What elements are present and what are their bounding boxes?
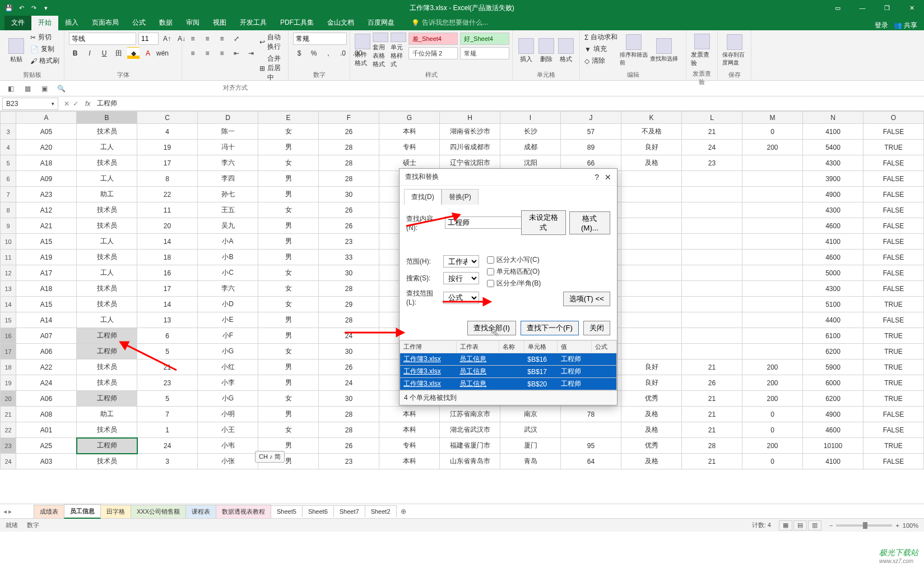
cell[interactable]: FALSE	[863, 155, 924, 171]
cell[interactable]: 1	[137, 422, 198, 438]
sheet-tab[interactable]: Sheet6	[302, 505, 334, 517]
cell[interactable]	[682, 265, 742, 281]
clear-icon[interactable]: ◇	[584, 57, 589, 65]
cell[interactable]: 专科	[379, 140, 440, 155]
cell[interactable]: 4100	[803, 454, 863, 469]
comma-icon[interactable]: ,	[322, 47, 335, 59]
cell[interactable]: 冯十	[198, 140, 258, 155]
cell[interactable]: FALSE	[863, 202, 924, 218]
cell[interactable]: 29	[319, 297, 379, 312]
cell[interactable]	[682, 218, 742, 234]
tell-me[interactable]: 💡 告诉我您想要做什么...	[407, 15, 493, 30]
cell[interactable]: A23	[16, 187, 77, 202]
cell[interactable]: 28	[319, 422, 379, 438]
cell[interactable]: 专科	[379, 438, 440, 454]
cell[interactable]: 技术员	[77, 359, 137, 375]
cell[interactable]: 26	[682, 375, 742, 391]
cell[interactable]: 200	[742, 391, 803, 407]
cell[interactable]: 小G	[198, 344, 258, 359]
cell[interactable]: 工程师	[77, 328, 137, 344]
subbar-icon-1[interactable]: ◧	[4, 82, 17, 95]
cell[interactable]: 24	[319, 375, 379, 391]
cell[interactable]: 小B	[198, 250, 258, 265]
col-header[interactable]: F	[319, 112, 379, 124]
cell[interactable]: 技术员	[77, 218, 137, 234]
cell[interactable]: 技术员	[77, 297, 137, 312]
cell[interactable]: 24	[319, 328, 379, 344]
cell[interactable]: A12	[16, 202, 77, 218]
cell[interactable]: TRUE	[863, 375, 924, 391]
cond-format-button[interactable]: 条件格式	[355, 33, 370, 68]
col-header[interactable]: M	[742, 112, 803, 124]
cell[interactable]	[682, 187, 742, 202]
cell[interactable]: 成都	[500, 140, 561, 155]
cell[interactable]: FALSE	[863, 234, 924, 250]
painter-icon[interactable]: 🖌	[30, 57, 37, 65]
sheet-tab[interactable]: 田字格	[100, 505, 131, 518]
paste-button[interactable]: 粘贴	[4, 33, 28, 68]
redo-icon[interactable]: ↷	[28, 2, 39, 13]
col-header[interactable]: C	[137, 112, 198, 124]
sheet-tab[interactable]: Sheet5	[271, 505, 303, 517]
col-header[interactable]: B	[77, 112, 137, 124]
wrap-icon[interactable]: ↩	[259, 38, 265, 46]
cell[interactable]: 26	[319, 218, 379, 234]
zoom-control[interactable]: − + 100%	[829, 522, 918, 529]
result-row[interactable]: 工作簿3.xlsx员工信息$B$17工程师	[400, 366, 617, 378]
cell[interactable]: 厦门	[500, 438, 561, 454]
tab-pdf[interactable]: PDF工具集	[273, 15, 321, 30]
chevron-down-icon[interactable]: ▾	[52, 101, 54, 107]
cell[interactable]: 小韦	[198, 438, 258, 454]
dialog-help-icon[interactable]: ?	[595, 173, 599, 182]
copy-label[interactable]: 复制	[41, 44, 54, 54]
insert-button[interactable]: 插入	[517, 33, 535, 68]
cell[interactable]: 28	[319, 407, 379, 422]
cell[interactable]: 男	[258, 187, 319, 202]
cell[interactable]: 工人	[77, 265, 137, 281]
cell[interactable]: A08	[16, 407, 77, 422]
row-header[interactable]: 21	[1, 407, 16, 422]
fill-label[interactable]: 填充	[593, 44, 607, 54]
cell[interactable]: 17	[137, 155, 198, 171]
cell[interactable]: 4300	[803, 281, 863, 297]
cell[interactable]: 5	[137, 344, 198, 359]
cell[interactable]: 6	[137, 328, 198, 344]
cell[interactable]: 男	[258, 234, 319, 250]
col-header[interactable]: H	[440, 112, 500, 124]
chk-case-box[interactable]	[487, 256, 494, 264]
invoice-button[interactable]: 发票查验	[691, 33, 713, 68]
minimize-icon[interactable]: —	[850, 0, 875, 16]
cell[interactable]: A15	[16, 297, 77, 312]
cell[interactable]: FALSE	[863, 124, 924, 140]
result-col[interactable]: 名称	[499, 341, 524, 353]
cell[interactable]: 小D	[198, 297, 258, 312]
cell[interactable]: A01	[16, 422, 77, 438]
sheet-tab[interactable]: 数据透视表教程	[216, 505, 271, 518]
sort-button[interactable]: 排序和筛选前	[620, 33, 648, 68]
cell[interactable]: 0	[742, 124, 803, 140]
cell[interactable]: 18	[137, 250, 198, 265]
cell[interactable]: 78	[561, 407, 621, 422]
cell[interactable]: 4600	[803, 422, 863, 438]
clear-label[interactable]: 清除	[592, 56, 605, 66]
lookin-select[interactable]: 公式	[443, 292, 479, 304]
cell[interactable]: 工人	[77, 234, 137, 250]
cell[interactable]: 本科	[379, 407, 440, 422]
cell[interactable]	[561, 422, 621, 438]
result-row[interactable]: 工作簿3.xlsx员工信息$B$16工程师	[400, 353, 617, 366]
cell[interactable]: FALSE	[863, 407, 924, 422]
cell[interactable]: 28	[319, 140, 379, 155]
cell[interactable]: 21	[682, 391, 742, 407]
cell[interactable]: 4400	[803, 312, 863, 328]
cell[interactable]: 28	[319, 171, 379, 187]
align-left-icon[interactable]: ≡	[187, 47, 199, 59]
row-header[interactable]: 13	[1, 281, 16, 297]
subbar-icon-4[interactable]: 🔍	[55, 82, 67, 95]
row-header[interactable]: 7	[1, 187, 16, 202]
cell[interactable]	[742, 297, 803, 312]
cell[interactable]	[621, 202, 682, 218]
find-button[interactable]: 查找和选择	[650, 33, 678, 68]
tab-developer[interactable]: 开发工具	[233, 15, 273, 30]
row-header[interactable]: 18	[1, 359, 16, 375]
tab-home[interactable]: 开始	[31, 15, 58, 30]
